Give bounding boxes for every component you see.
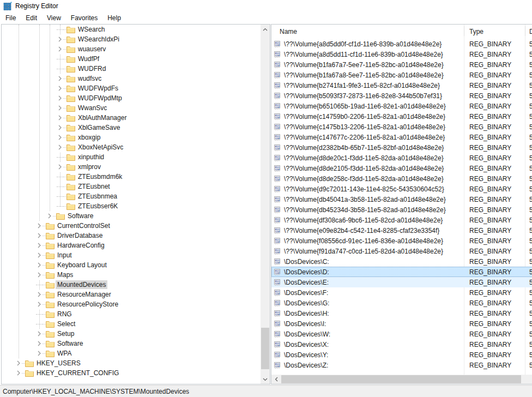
tree-item-WwanSvc[interactable]: WwanSvc <box>2 103 261 113</box>
list-row[interactable]: 011110\DosDevices\D:REG_BINARY5 <box>271 267 532 277</box>
chevron-right-icon[interactable] <box>15 368 22 378</box>
chevron-right-icon[interactable] <box>57 133 63 142</box>
tree-item-Input[interactable]: Input <box>2 250 261 260</box>
list-horizontal-scrollbar[interactable] <box>271 375 532 384</box>
menu-favorites[interactable]: Favorites <box>66 13 102 23</box>
chevron-right-icon[interactable] <box>36 240 43 250</box>
tree-item-MountedDevices[interactable]: MountedDevices <box>2 280 261 290</box>
list-row[interactable]: 011110\DosDevices\Y:REG_BINARY5 <box>271 350 532 360</box>
column-header-type[interactable]: Type <box>464 28 525 35</box>
list-row[interactable]: 011110\??\Volume{db45041a-3b58-11e5-82ad… <box>271 194 532 204</box>
chevron-right-icon[interactable] <box>57 162 63 172</box>
list-row[interactable]: 011110\??\Volume{a8d5dd0f-cf1d-11e6-839b… <box>271 39 532 49</box>
tree-item-DriverDatabase[interactable]: DriverDatabase <box>2 231 261 240</box>
tree-vertical-scrollbar[interactable] <box>261 25 270 384</box>
list-row[interactable]: 011110\??\Volume{db45234d-3b58-11e5-82ad… <box>271 204 532 215</box>
chevron-right-icon[interactable] <box>57 83 63 93</box>
list-row[interactable]: 011110\??\Volume{d9c72011-143e-11e4-825c… <box>271 184 532 194</box>
list-row[interactable]: 011110\??\Volume{c1475b13-2206-11e5-82a1… <box>271 122 532 132</box>
tree-item-XboxNetApiSvc[interactable]: XboxNetApiSvc <box>2 142 261 152</box>
list-row[interactable]: 011110\??\Volume{df308ca6-9bc6-11e5-82cd… <box>271 215 532 225</box>
list-row[interactable]: 011110\DosDevices\E:REG_BINARY5 <box>271 277 532 287</box>
chevron-right-icon[interactable] <box>57 103 63 113</box>
tree-item-ZTEusbmdm6k[interactable]: ZTEusbmdm6k <box>2 172 261 182</box>
tree-item-WUDFWpdFs[interactable]: WUDFWpdFs <box>2 83 261 93</box>
tree-item-Software[interactable]: Software <box>2 339 261 348</box>
tree-item-RNG[interactable]: RNG <box>2 309 261 319</box>
tree-item-HKEY_USERS[interactable]: HKEY_USERS <box>2 358 261 368</box>
chevron-right-icon[interactable] <box>57 142 63 152</box>
tree-item-ZTEusbser6K[interactable]: ZTEusbser6K <box>2 201 261 211</box>
tree-item-WUDFRd[interactable]: WUDFRd <box>2 64 261 74</box>
menu-help[interactable]: Help <box>102 13 126 23</box>
list-row[interactable]: 011110\DosDevices\W:REG_BINARY5 <box>271 329 532 339</box>
list-row[interactable]: 011110\??\Volume{d2382b4b-65b7-11e5-82bf… <box>271 142 532 153</box>
tree-item-WUDFWpdMtp[interactable]: WUDFWpdMtp <box>2 93 261 103</box>
scrollbar-thumb[interactable] <box>261 328 269 369</box>
tree-item-WPA[interactable]: WPA <box>2 348 261 358</box>
list-row[interactable]: 011110\??\Volume{b5093f37-2873-11e6-82e8… <box>271 91 532 101</box>
tree-item-WSearch[interactable]: WSearch <box>2 25 261 34</box>
tree-item-Select[interactable]: Select <box>2 319 261 329</box>
menu-view[interactable]: View <box>42 13 66 23</box>
tree-item-CurrentControlSet[interactable]: CurrentControlSet <box>2 221 261 231</box>
list-row[interactable]: 011110\??\Volume{d8de2105-f3dd-11e5-82da… <box>271 163 532 173</box>
chevron-left-icon[interactable] <box>271 375 281 384</box>
chevron-right-icon[interactable] <box>57 34 63 44</box>
chevron-right-icon[interactable] <box>36 329 43 339</box>
tree-item-XblGameSave[interactable]: XblGameSave <box>2 123 261 133</box>
list-row[interactable]: 011110\??\Volume{d8de258c-f3dd-11e5-82da… <box>271 173 532 184</box>
tree-item-Software[interactable]: Software <box>2 211 261 221</box>
chevron-right-icon[interactable] <box>36 231 43 240</box>
tree-item-HKEY_CURRENT_CONFIG[interactable]: HKEY_CURRENT_CONFIG <box>2 368 261 378</box>
chevron-right-icon[interactable] <box>36 221 43 231</box>
list-row[interactable]: 011110\??\Volume{c147677c-2206-11e5-82a1… <box>271 132 532 142</box>
tree-item-XblAuthManager[interactable]: XblAuthManager <box>2 113 261 123</box>
chevron-right-icon[interactable] <box>36 250 43 260</box>
tree-item-ZTEusbnmea[interactable]: ZTEusbnmea <box>2 191 261 201</box>
chevron-right-icon[interactable] <box>36 260 43 270</box>
list-row[interactable]: 011110\??\Volume{b651065b-19ad-11e6-82e1… <box>271 101 532 111</box>
menu-file[interactable]: File <box>1 13 21 23</box>
chevron-right-icon[interactable] <box>36 348 43 358</box>
tree-item-ZTEusbnet[interactable]: ZTEusbnet <box>2 182 261 191</box>
chevron-right-icon[interactable] <box>36 339 43 348</box>
menu-edit[interactable]: Edit <box>21 13 42 23</box>
list-row[interactable]: 011110\??\Volume{d8de20c1-f3dd-11e5-82da… <box>271 153 532 163</box>
tree-item-xinputhid[interactable]: xinputhid <box>2 152 261 162</box>
scrollbar-thumb[interactable] <box>281 375 521 383</box>
chevron-right-icon[interactable] <box>57 74 63 83</box>
tree-item-WSearchIdxPi[interactable]: WSearchIdxPi <box>2 34 261 44</box>
list-row[interactable]: 011110\??\Volume{a8d5dd11-cf1d-11e6-839b… <box>271 49 532 59</box>
list-row[interactable]: 011110\DosDevices\F:REG_BINARY5 <box>271 287 532 298</box>
chevron-right-icon[interactable] <box>57 113 63 123</box>
list-row[interactable]: 011110\DosDevices\I:REG_BINARY5 <box>271 318 532 329</box>
tree-item-wudfsvc[interactable]: wudfsvc <box>2 74 261 83</box>
list-row[interactable]: 011110\??\Volume{b1fa67a7-5ee7-11e5-82bc… <box>271 59 532 70</box>
list-row[interactable]: 011110\??\Volume{e09e82b4-c542-11e4-8285… <box>271 225 532 236</box>
tree-item-WudfPf[interactable]: WudfPf <box>2 54 261 64</box>
list-row[interactable]: 011110\DosDevices\Z:REG_BINARY5 <box>271 360 532 370</box>
list-row[interactable]: 011110\??\Volume{b2741fa1-9fe3-11e5-82cf… <box>271 80 532 91</box>
chevron-right-icon[interactable] <box>46 211 53 221</box>
column-header-name[interactable]: Name <box>271 28 464 35</box>
list-row[interactable]: 011110\DosDevices\H:REG_BINARY5 <box>271 308 532 318</box>
chevron-down-icon[interactable] <box>261 375 270 384</box>
chevron-right-icon[interactable] <box>36 290 43 299</box>
list-row[interactable]: 011110\DosDevices\G:REG_BINARY5 <box>271 298 532 308</box>
tree-item-HardwareConfig[interactable]: HardwareConfig <box>2 240 261 250</box>
tree-item-xboxgip[interactable]: xboxgip <box>2 133 261 142</box>
list-row[interactable]: 011110\??\Volume{f91da747-c0cd-11e5-82d4… <box>271 246 532 256</box>
chevron-up-icon[interactable] <box>261 25 270 34</box>
tree-item-wuauserv[interactable]: wuauserv <box>2 44 261 54</box>
chevron-right-icon[interactable] <box>15 358 22 368</box>
list-row[interactable]: 011110\DosDevices\C:REG_BINARY5 <box>271 256 532 267</box>
tree-item-ResourceManager[interactable]: ResourceManager <box>2 290 261 299</box>
list-row[interactable]: 011110\??\Volume{f08556cd-91ec-11e6-836e… <box>271 236 532 246</box>
tree-item-ResourcePolicyStore[interactable]: ResourcePolicyStore <box>2 299 261 309</box>
chevron-right-icon[interactable] <box>36 270 43 280</box>
chevron-right-icon[interactable] <box>36 299 43 309</box>
chevron-right-icon[interactable] <box>57 93 63 103</box>
list-row[interactable]: 011110\??\Volume{b1fa67a8-5ee7-11e5-82bc… <box>271 70 532 80</box>
tree-item-Setup[interactable]: Setup <box>2 329 261 339</box>
